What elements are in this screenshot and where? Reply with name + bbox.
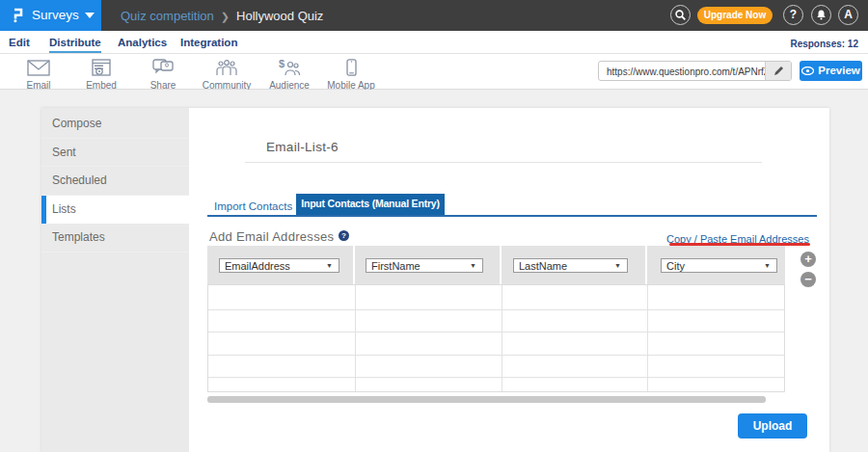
svg-text:$: $ [279,59,285,69]
